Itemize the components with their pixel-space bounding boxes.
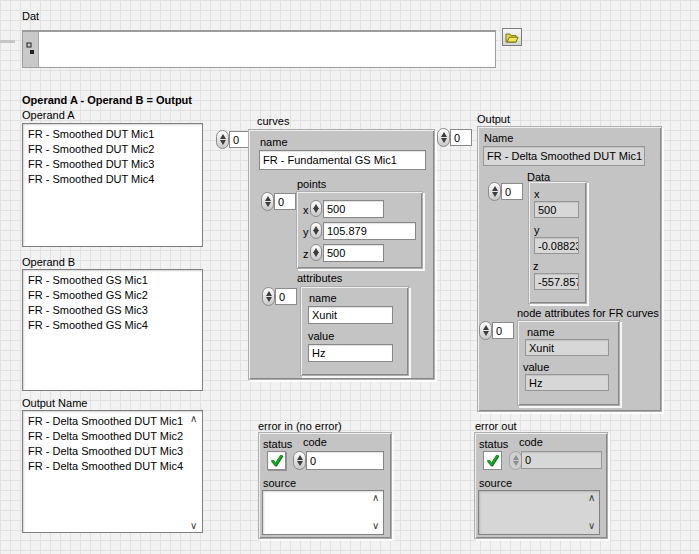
operand-b-label: Operand B	[22, 256, 75, 269]
output-name-field-label: Name	[484, 132, 513, 145]
curves-index-spinner[interactable]	[216, 130, 229, 149]
panel-edge-artifact	[0, 40, 15, 43]
list-item[interactable]: FR - Smoothed DUT Mic3	[23, 157, 202, 172]
point-x-spinner[interactable]	[310, 200, 322, 217]
scroll-up-icon[interactable]: ∧	[588, 493, 595, 503]
curves-index-field[interactable]: 0	[229, 131, 250, 148]
error-out-status-label: status	[479, 438, 508, 451]
operand-b-listbox[interactable]: FR - Smoothed GS Mic1 FR - Smoothed GS M…	[22, 269, 203, 391]
scroll-down-icon[interactable]: ∨	[588, 521, 595, 531]
attributes-index-field[interactable]: 0	[275, 288, 297, 305]
list-item[interactable]: FR - Smoothed DUT Mic4	[23, 172, 202, 187]
data-index-spinner[interactable]	[488, 182, 501, 201]
output-name-listbox[interactable]: FR - Delta Smoothed DUT Mic1 FR - Delta …	[22, 410, 203, 533]
output-index-spinner[interactable]	[437, 128, 450, 147]
node-attributes-label: node attributes for FR curves	[517, 307, 659, 320]
attributes-index-spinner[interactable]	[262, 287, 275, 306]
error-out-source-label: source	[479, 477, 512, 490]
output-label: Output	[477, 113, 510, 126]
output-name-label: Output Name	[22, 397, 87, 410]
attributes-label: attributes	[297, 272, 342, 285]
list-item[interactable]: FR - Smoothed GS Mic3	[23, 303, 202, 318]
path-icon	[26, 42, 35, 55]
curve-name-label: name	[260, 136, 288, 149]
scroll-down-icon[interactable]: ∨	[372, 521, 379, 531]
scroll-up-icon[interactable]: ∧	[372, 493, 379, 503]
curves-label: curves	[257, 115, 289, 128]
error-out-code-label: code	[519, 436, 543, 449]
node-attributes-index-spinner[interactable]	[479, 321, 492, 340]
attribute-value-label: value	[308, 330, 334, 343]
points-index-field[interactable]: 0	[274, 193, 296, 210]
scroll-up-icon[interactable]: ∧	[190, 414, 197, 424]
point-z-label: z	[303, 248, 309, 261]
list-item[interactable]: FR - Delta Smoothed DUT Mic3	[23, 444, 202, 459]
error-in-code-spinner[interactable]	[293, 451, 306, 470]
error-out-status-indicator	[483, 451, 502, 470]
path-type-strip	[23, 32, 39, 67]
error-out-code-field: 0	[521, 451, 602, 469]
node-attribute-value-field: Hz	[525, 374, 609, 391]
point-y-label: y	[303, 226, 309, 239]
path-input[interactable]	[22, 30, 496, 68]
data-x-label: x	[534, 188, 540, 201]
list-item[interactable]: FR - Smoothed GS Mic4	[23, 318, 202, 333]
point-z-spinner[interactable]	[310, 244, 322, 261]
points-index-spinner[interactable]	[261, 192, 274, 211]
attribute-name-label: name	[309, 292, 337, 305]
data-index-field[interactable]: 0	[501, 183, 523, 200]
list-item[interactable]: FR - Smoothed DUT Mic2	[23, 142, 202, 157]
error-in-code-label: code	[303, 436, 327, 449]
point-y-spinner[interactable]	[310, 222, 322, 239]
labview-front-panel: Dat Operand A - Operand B = Output Opera…	[0, 0, 699, 554]
list-item[interactable]: FR - Delta Smoothed DUT Mic2	[23, 429, 202, 444]
scroll-down-icon[interactable]: ∨	[190, 521, 197, 531]
list-item[interactable]: FR - Smoothed GS Mic1	[23, 273, 202, 288]
node-attribute-value-label: value	[523, 361, 549, 374]
point-x-field[interactable]: 500	[323, 200, 384, 218]
output-index-field[interactable]: 0	[450, 129, 472, 146]
data-y-label: y	[534, 224, 540, 237]
browse-button[interactable]	[502, 28, 522, 46]
error-in-status-label: status	[263, 438, 292, 451]
error-in-code-field[interactable]: 0	[306, 451, 384, 470]
operation-heading: Operand A - Operand B = Output	[22, 94, 192, 107]
node-attribute-name-field: Xunit	[525, 339, 609, 356]
error-in-status-toggle[interactable]	[267, 451, 286, 470]
data-z-label: z	[533, 260, 539, 273]
folder-open-icon	[505, 32, 519, 43]
data-y-field: -0.08823	[534, 237, 579, 254]
point-y-field[interactable]: 105.879	[323, 222, 416, 240]
data-x-field: 500	[534, 201, 579, 218]
node-attribute-name-label: name	[527, 326, 555, 339]
list-item[interactable]: FR - Smoothed DUT Mic1	[23, 127, 202, 142]
list-item[interactable]: FR - Smoothed GS Mic2	[23, 288, 202, 303]
list-item[interactable]: FR - Delta Smoothed DUT Mic1	[23, 414, 202, 429]
points-label: points	[297, 178, 326, 191]
list-item[interactable]: FR - Delta Smoothed DUT Mic4	[23, 459, 202, 474]
operand-a-listbox[interactable]: FR - Smoothed DUT Mic1 FR - Smoothed DUT…	[22, 123, 203, 247]
check-icon	[270, 454, 283, 467]
output-name-field: FR - Delta Smoothed DUT Mic1	[483, 146, 645, 166]
data-z-field: -557.857	[534, 273, 579, 290]
attribute-value-field[interactable]: Hz	[308, 344, 393, 362]
error-in-source-field[interactable]	[262, 490, 384, 535]
check-icon	[486, 454, 499, 467]
curve-name-field[interactable]: FR - Fundamental GS Mic1	[259, 150, 426, 170]
path-label: Dat	[22, 10, 39, 23]
operand-a-label: Operand A	[22, 109, 75, 122]
node-attributes-index-field[interactable]: 0	[492, 322, 514, 339]
point-z-field[interactable]: 500	[323, 244, 384, 262]
error-out-source-field	[478, 490, 600, 535]
error-in-source-label: source	[263, 477, 296, 490]
point-x-label: x	[303, 204, 309, 217]
attribute-name-field[interactable]: Xunit	[308, 306, 393, 324]
